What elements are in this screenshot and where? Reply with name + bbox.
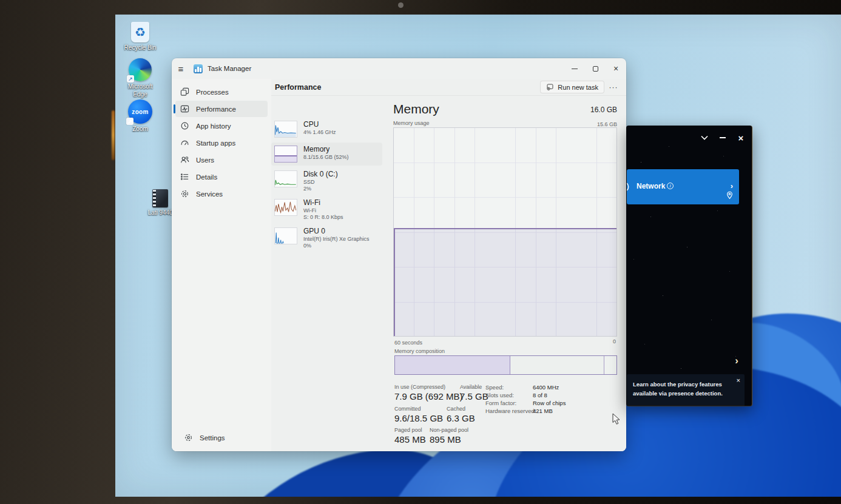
desktop-icon-edge[interactable]: ↗ Microsoft Edge (120, 58, 160, 98)
metric-disk[interactable]: Disk 0 (C:) SSD 2% (271, 167, 382, 196)
chevron-down-icon (701, 135, 708, 140)
x-axis-left-label: 60 seconds (394, 340, 422, 346)
wifi-thumbnail-chart (274, 199, 297, 216)
stat-label: Paged pool (394, 427, 422, 433)
metric-list: CPU 4% 1.46 GHz Memory 8.1/15.6 GB (52%)… (271, 96, 383, 451)
network-button-label: Network (637, 182, 665, 190)
sidebar-item-processes[interactable]: Processes (175, 84, 268, 100)
stat-value: 485 MB (394, 434, 426, 445)
zoom-icon: zoom ↗ (128, 99, 152, 124)
webcam-dot (398, 2, 404, 8)
detail-label: Hardware reserved: (485, 408, 536, 414)
list-icon (180, 172, 189, 181)
disk-thumbnail-chart (274, 170, 297, 187)
new-task-icon (546, 83, 554, 91)
stat-label: Non-paged pool (430, 427, 468, 433)
recycle-bin-icon: ♻ (131, 22, 149, 42)
title-bar[interactable]: ≡ Task Manager × (172, 58, 626, 79)
stat-value: 9.6/18.5 GB (394, 413, 443, 423)
more-options-button[interactable]: ··· (604, 83, 623, 92)
cpu-thumbnail-chart (274, 121, 297, 138)
collapse-chevron-button[interactable] (698, 132, 711, 144)
privacy-toast[interactable]: Learn about the privacy features availab… (627, 374, 745, 406)
metric-memory[interactable]: Memory 8.1/15.6 GB (52%) (271, 143, 382, 166)
task-manager-sidebar: Processes Performance App history Startu… (172, 79, 271, 451)
history-icon (180, 121, 189, 130)
icon-label: Zoom (132, 126, 148, 133)
run-new-task-button[interactable]: Run new task (540, 81, 604, 93)
memory-usage-fill (394, 228, 616, 336)
metric-cpu[interactable]: CPU 4% 1.46 GHz (271, 118, 382, 141)
expand-chevron[interactable]: › (735, 355, 738, 367)
bezel-reflection (112, 110, 115, 160)
desktop-icon-zoom[interactable]: zoom ↗ Zoom (120, 99, 160, 133)
x-axis-right-label: 0 (613, 338, 616, 344)
presence-app-window: × Network i › › Learn about the privacy … (626, 126, 752, 406)
desktop: ♻ Recycle Bin ↗ Microsoft Edge zoom ↗ Zo… (115, 15, 841, 497)
toast-close-icon[interactable]: × (737, 377, 740, 384)
sidebar-item-users[interactable]: Users (175, 152, 268, 168)
detail-label: Slots used: (485, 392, 514, 398)
detail-label: Speed: (485, 384, 504, 391)
sidebar-item-startup-apps[interactable]: Startup apps (175, 135, 268, 151)
memory-total: 16.0 GB (590, 106, 617, 114)
desktop-icon-video-file[interactable]: Lati 9440 (147, 189, 174, 217)
metric-gpu[interactable]: GPU 0 Intel(R) Iris(R) Xe Graphics 0% (271, 224, 382, 253)
close-button[interactable]: × (735, 132, 747, 144)
location-pin-icon (726, 191, 733, 202)
composition-in-use-segment (395, 356, 510, 374)
stat-value: 6.3 GB (447, 413, 475, 423)
sidebar-item-settings[interactable]: Settings (179, 429, 264, 446)
stat-label: In use (Compressed) (394, 384, 445, 390)
sidebar-item-performance[interactable]: Performance (175, 101, 268, 117)
task-manager-app-icon (194, 64, 203, 73)
memory-panel: Memory 16.0 GB Memory usage 15.6 GB 60 s… (393, 96, 617, 451)
metric-wifi[interactable]: Wi-Fi Wi-Fi S: 0 R: 8.0 Kbps (271, 196, 382, 224)
info-icon[interactable]: i (667, 183, 674, 189)
stat-value: 895 MB (430, 434, 461, 445)
memory-usage-graph (393, 127, 617, 337)
composition-standby-segment (510, 356, 604, 374)
shortcut-arrow-icon: ↗ (127, 75, 134, 82)
stat-label: Available (460, 384, 482, 390)
memory-composition-label: Memory composition (394, 348, 445, 354)
memory-scale-max: 15.6 GB (597, 121, 617, 127)
signal-icon (627, 181, 633, 193)
detail-value: 6400 MHz (533, 384, 559, 391)
chevron-right-icon: › (731, 181, 733, 190)
maximize-button[interactable] (585, 59, 606, 78)
sidebar-item-services[interactable]: Services (175, 186, 268, 202)
hamburger-menu-icon[interactable]: ≡ (172, 64, 190, 74)
gear-icon (184, 433, 193, 442)
minimize-button[interactable] (717, 132, 729, 144)
minimize-button[interactable] (564, 59, 585, 78)
services-gear-icon (180, 189, 189, 198)
icon-label: Lati 9440 (147, 209, 172, 217)
detail-value: Row of chips (533, 400, 566, 406)
icon-label: Microsoft Edge (120, 83, 160, 98)
shortcut-arrow-icon: ↗ (126, 118, 133, 125)
stat-value: 7.9 GB (692 MB) (394, 391, 463, 402)
video-file-icon (152, 189, 168, 207)
performance-pane: Performance Run new task ··· CPU 4% 1.46… (271, 79, 626, 451)
sidebar-item-details[interactable]: Details (175, 169, 268, 185)
stat-label: Committed (394, 406, 421, 412)
memory-composition-bar[interactable] (394, 355, 617, 375)
gpu-thumbnail-chart (274, 227, 297, 244)
icon-label: Recycle Bin (124, 44, 157, 52)
desktop-icon-recycle-bin[interactable]: ♻ Recycle Bin (120, 22, 160, 52)
gauge-icon (180, 138, 189, 147)
page-title: Performance (275, 83, 321, 92)
composition-free-segment (604, 356, 616, 374)
memory-title: Memory (393, 102, 439, 116)
content-header: Performance Run new task ··· (271, 79, 626, 96)
task-manager-window: ≡ Task Manager × Processes Performance (172, 58, 626, 451)
sidebar-item-app-history[interactable]: App history (175, 118, 268, 134)
memory-usage-label: Memory usage (393, 120, 430, 126)
detail-value: 8 of 8 (533, 392, 547, 398)
detail-label: Form factor: (485, 400, 516, 406)
window-title: Task Manager (208, 65, 251, 72)
network-button[interactable]: Network i › (627, 169, 739, 204)
mouse-cursor (612, 413, 621, 428)
close-button[interactable]: × (606, 59, 626, 78)
